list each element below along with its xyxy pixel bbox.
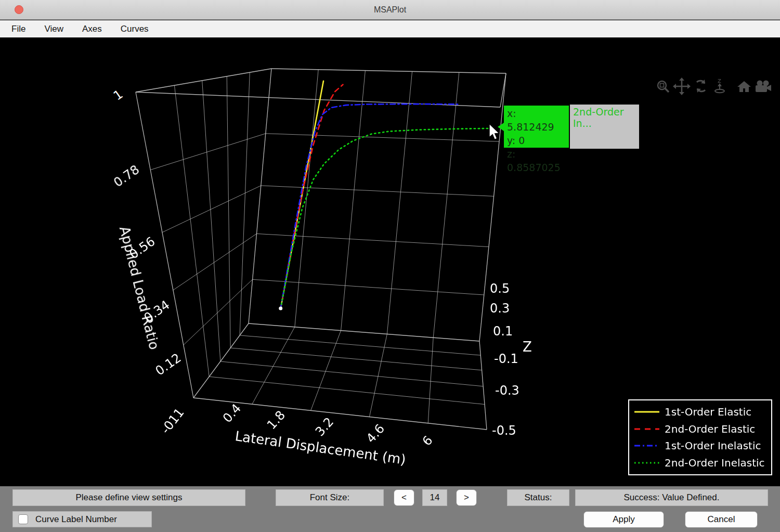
status-label: Status: <box>507 489 569 506</box>
legend-label: 2nd-Order Elastic <box>665 423 755 435</box>
menu-axes[interactable]: Axes <box>82 24 102 34</box>
spin-z-axis-icon[interactable]: z <box>715 76 724 93</box>
axis-tick-label: 1 <box>111 87 126 103</box>
status-bar: Please define view settings Font Size: <… <box>0 486 780 532</box>
font-size-decrease-button[interactable]: < <box>394 489 414 506</box>
font-size-increase-button[interactable]: > <box>456 489 477 506</box>
z-axis-title: Z <box>523 339 532 355</box>
tooltip-pointer-icon <box>498 123 504 131</box>
axis-tick-label: 0.5 <box>490 281 510 296</box>
legend-label: 1st-Order Elastic <box>665 406 751 418</box>
curve-label-number-label: Curve Label Number <box>35 514 117 525</box>
axis-tick-label: -0.1 <box>494 352 518 366</box>
pan-icon[interactable] <box>673 77 691 95</box>
curve-label-number-checkbox[interactable] <box>18 514 28 524</box>
axis-tick-label: -011 <box>158 405 187 436</box>
axis-tick-label: -0.3 <box>495 383 519 398</box>
plot-legend: 1st-Order Elastic 2nd-Order Elastic 1st-… <box>628 399 772 475</box>
legend-label: 1st-Order Inelastic <box>665 439 761 452</box>
legend-line-solid-icon <box>634 410 659 413</box>
curve-start-marker <box>279 307 282 310</box>
close-window-button[interactable] <box>15 5 23 14</box>
menu-view[interactable]: View <box>44 24 63 34</box>
legend-line-dashdot-icon <box>634 444 659 447</box>
menu-curves[interactable]: Curves <box>121 24 149 34</box>
axis-tick-label: 0.1 <box>493 324 513 339</box>
msaplot-window: MSAPlot File View Axes Curves 10.780.560… <box>0 0 780 532</box>
axis-tick-label: 6 <box>420 433 436 449</box>
tooltip-x: x: 5.812429 <box>507 107 566 134</box>
view-settings-box[interactable]: Please define view settings <box>12 489 245 506</box>
curve-label-number-row: Curve Label Number <box>12 511 152 527</box>
cancel-button[interactable]: Cancel <box>685 511 758 528</box>
title-bar: MSAPlot <box>0 0 780 20</box>
menu-bar: File View Axes Curves <box>0 20 780 37</box>
font-size-label: Font Size: <box>276 489 384 506</box>
tooltip-y: y: 0 <box>507 134 566 147</box>
axis-tick-label: 0.4 <box>220 401 244 425</box>
tooltip-z: z: 0.8587025 <box>507 147 566 174</box>
apply-button[interactable]: Apply <box>583 511 664 528</box>
data-tooltip: x: 5.812429 y: 0 z: 0.8587025 <box>504 106 569 148</box>
axis-tick-label: 0.3 <box>490 301 510 316</box>
axis-tick-label: 4.6 <box>363 421 387 446</box>
window-title: MSAPlot <box>374 5 406 15</box>
axis-tick-label: 0.12 <box>153 351 184 379</box>
zoom-box-icon[interactable] <box>658 81 669 92</box>
curve-dotted[interactable] <box>281 128 491 308</box>
plot-area[interactable]: 10.780.560.340.12-011Applied Load Ratio0… <box>0 37 780 486</box>
axis-tick-label: 0.78 <box>111 162 142 190</box>
legend-item: 1st-Order Elastic <box>634 406 766 418</box>
menu-file[interactable]: File <box>11 24 25 34</box>
curve-dashed[interactable] <box>281 85 343 308</box>
status-value: Success: Value Defined. <box>575 489 768 506</box>
legend-item: 2nd-Order Inelastic <box>634 457 766 469</box>
axis-tick-label: -0.5 <box>492 423 516 438</box>
axis-tick-label: 1.8 <box>264 408 288 432</box>
legend-label: 2nd-Order Inelastic <box>665 457 765 469</box>
tooltip-series-name: 2nd-Order In... <box>570 105 639 149</box>
legend-item: 2nd-Order Elastic <box>634 423 766 435</box>
legend-line-dashed-icon <box>634 427 659 431</box>
camera-icon[interactable] <box>756 81 771 93</box>
legend-line-dotted-icon <box>634 461 659 464</box>
legend-item: 1st-Order Inelastic <box>634 439 766 452</box>
home-icon[interactable] <box>737 81 751 92</box>
rotate-orbit-icon[interactable] <box>697 80 705 93</box>
axis-tick-label: 3.2 <box>313 414 336 439</box>
font-size-value[interactable]: 14 <box>422 489 447 506</box>
svg-text:z: z <box>718 76 721 84</box>
